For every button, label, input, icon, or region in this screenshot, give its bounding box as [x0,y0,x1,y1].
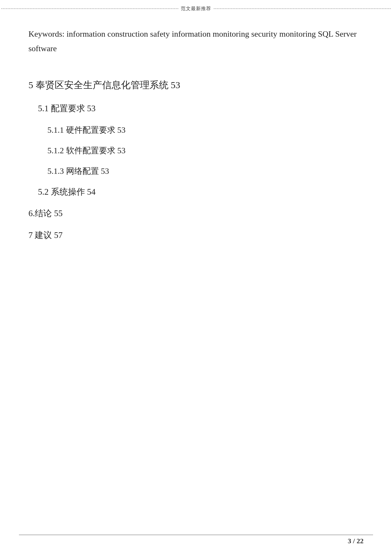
banner-center-text: 范文最新推荐 [180,6,212,12]
keywords-text: information construction safety informat… [28,29,357,53]
toc-item-5-1-3: 5.1.3 网络配置 53 [47,165,364,177]
toc-item-7: 7 建议 57 [28,229,364,242]
toc-item-5-1: 5.1 配置要求 53 [38,102,364,115]
left-dashes [1,9,178,9]
page-number: 3 / 22 [348,537,364,545]
keywords-section: Keywords: information construction safet… [0,15,392,59]
toc-item-5-2: 5.2 系统操作 54 [38,186,364,198]
bottom-rule [19,535,373,535]
toc-item-5-1-2: 5.1.2 软件配置要求 53 [47,144,364,157]
toc-section: 5 奉贤区安全生产信息化管理系统 53 5.1 配置要求 53 5.1.1 硬件… [0,59,392,257]
page-separator: / [353,537,355,545]
toc-item-5: 5 奉贤区安全生产信息化管理系统 53 [28,78,364,92]
right-dashes [214,9,391,9]
top-banner: 范文最新推荐 [0,0,392,15]
toc-item-6: 6.结论 55 [28,207,364,220]
keywords-label: Keywords: [28,29,64,39]
toc-item-5-1-1: 5.1.1 硬件配置要求 53 [47,124,364,136]
page-container: 范文最新推荐 Keywords: information constructio… [0,0,392,554]
